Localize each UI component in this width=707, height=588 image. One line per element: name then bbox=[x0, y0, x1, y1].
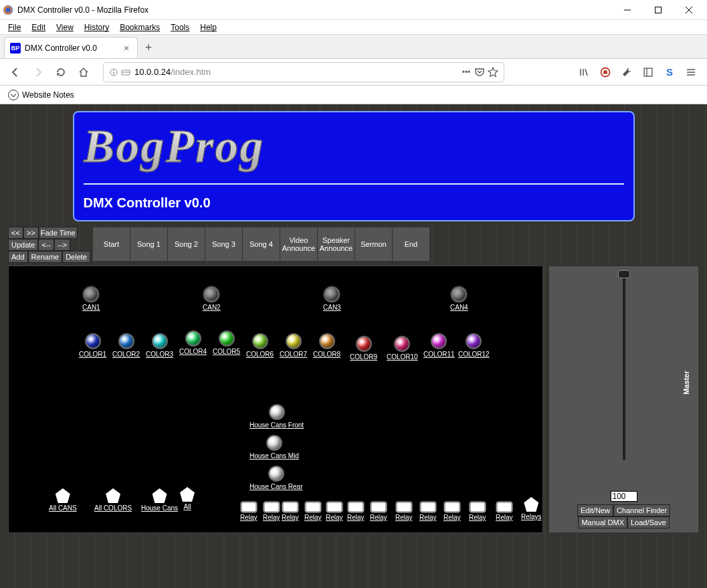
fixture-color[interactable]: COLOR8 bbox=[313, 333, 340, 358]
fixture-label: COLOR12 bbox=[458, 351, 490, 358]
fixture-label: COLOR9 bbox=[350, 353, 377, 361]
tab-close-button[interactable]: × bbox=[121, 43, 132, 54]
side-button[interactable]: Manual DMX bbox=[578, 516, 627, 528]
fixture-color[interactable]: COLOR4 bbox=[179, 330, 207, 355]
fixture-relay[interactable]: Relay bbox=[326, 502, 343, 521]
hamburger-menu-icon[interactable] bbox=[683, 64, 699, 80]
fixture-color[interactable]: COLOR7 bbox=[280, 333, 307, 358]
menu-edit[interactable]: Edit bbox=[26, 21, 51, 33]
menu-history[interactable]: History bbox=[79, 21, 114, 33]
fixture-relays-group[interactable]: Relays bbox=[521, 497, 542, 520]
menu-view[interactable]: View bbox=[51, 21, 79, 33]
fixture-color[interactable]: COLOR3 bbox=[146, 333, 173, 358]
fixture-color[interactable]: COLOR2 bbox=[112, 333, 140, 358]
fixture-relay[interactable]: Relay bbox=[496, 502, 513, 521]
cue-rename-button[interactable]: Rename bbox=[28, 251, 63, 263]
menu-bookmarks[interactable]: Bookmarks bbox=[114, 21, 165, 33]
extension-s-icon[interactable]: S bbox=[662, 64, 678, 80]
cue-tab[interactable]: End bbox=[393, 227, 430, 262]
cue-tab[interactable]: Video Announce bbox=[280, 227, 318, 262]
menu-file[interactable]: File bbox=[3, 21, 26, 33]
fixture-label: CAN1 bbox=[82, 304, 100, 311]
page-actions-icon[interactable]: ••• bbox=[460, 68, 473, 77]
cue-nav-prev-button[interactable]: << bbox=[8, 227, 23, 239]
bookmark-star-icon[interactable] bbox=[486, 67, 500, 78]
fixture-color[interactable]: COLOR11 bbox=[423, 333, 455, 358]
window-titlebar: DMX Controller v0.0 - Mozilla Firefox bbox=[0, 0, 707, 20]
fixture-relay[interactable]: Relay bbox=[240, 502, 258, 521]
cue-delete-button[interactable]: Delete bbox=[62, 251, 90, 263]
nav-forward-button[interactable] bbox=[28, 62, 48, 82]
library-icon[interactable] bbox=[576, 64, 592, 80]
side-button[interactable]: Load/Save bbox=[627, 516, 670, 528]
fixture-relay[interactable]: Relay bbox=[395, 502, 413, 521]
new-tab-button[interactable]: + bbox=[138, 37, 159, 58]
fixture-label: COLOR5 bbox=[213, 348, 240, 355]
site-info-icon[interactable] bbox=[108, 68, 120, 77]
fixture-color[interactable]: COLOR5 bbox=[213, 330, 240, 355]
cue-tab[interactable]: Song 1 bbox=[130, 227, 168, 262]
cue-tab[interactable]: Song 2 bbox=[168, 227, 205, 262]
fixture-can[interactable]: CAN4 bbox=[450, 286, 468, 311]
window-close-button[interactable] bbox=[674, 0, 704, 20]
fixture-group[interactable]: All COLORS bbox=[94, 488, 132, 512]
browser-tab[interactable]: BP DMX Controller v0.0 × bbox=[4, 37, 138, 58]
extension-ghostery-icon[interactable] bbox=[597, 64, 613, 80]
cue-update-button[interactable]: Update bbox=[8, 239, 38, 251]
side-button[interactable]: Edit/New bbox=[577, 504, 613, 516]
fixture-house-can[interactable]: House Cans Rear bbox=[249, 466, 302, 490]
fixture-color[interactable]: COLOR10 bbox=[387, 336, 418, 361]
cue-move-right-button[interactable]: --> bbox=[54, 239, 70, 251]
pocket-icon[interactable] bbox=[473, 67, 486, 78]
fixture-group[interactable]: All bbox=[180, 487, 195, 510]
master-value[interactable]: 100 bbox=[611, 491, 637, 502]
fixture-color[interactable]: COLOR1 bbox=[79, 333, 106, 358]
fixture-label: COLOR7 bbox=[280, 351, 307, 358]
window-title: DMX Controller v0.0 - Mozilla Firefox bbox=[17, 5, 612, 15]
fixture-relay[interactable]: Relay bbox=[443, 502, 461, 521]
fixture-house-can[interactable]: House Cans Front bbox=[249, 404, 304, 429]
fixture-can[interactable]: CAN3 bbox=[323, 286, 341, 311]
address-bar[interactable]: 10.0.0.24/index.htm ••• bbox=[103, 62, 504, 82]
fixture-house-can[interactable]: House Cans Mid bbox=[249, 435, 299, 460]
cue-tab[interactable]: Speaker Announce bbox=[318, 227, 355, 262]
menu-help[interactable]: Help bbox=[195, 21, 222, 33]
fixture-color[interactable]: COLOR9 bbox=[350, 336, 377, 361]
extension-wrench-icon[interactable] bbox=[619, 64, 635, 80]
security-icon[interactable] bbox=[120, 68, 132, 77]
fixture-group[interactable]: House Cans bbox=[141, 488, 178, 512]
cue-tab[interactable]: Sermon bbox=[355, 227, 393, 262]
cue-nav-next-button[interactable]: >> bbox=[23, 227, 39, 239]
nav-home-button[interactable] bbox=[74, 62, 94, 82]
nav-back-button[interactable] bbox=[5, 62, 25, 82]
fixture-relay[interactable]: Relay bbox=[282, 502, 299, 521]
nav-reload-button[interactable] bbox=[51, 62, 71, 82]
fixture-relay[interactable]: Relay bbox=[419, 502, 437, 521]
side-button[interactable]: Channel Finder bbox=[613, 504, 670, 516]
fixture-color[interactable]: COLOR12 bbox=[458, 333, 490, 358]
fixture-can[interactable]: CAN1 bbox=[82, 286, 100, 311]
fixture-relay[interactable]: Relay bbox=[263, 502, 280, 521]
url-text: 10.0.0.24/index.htm bbox=[132, 67, 460, 77]
fixture-relay[interactable]: Relay bbox=[469, 502, 486, 521]
sidebar-icon[interactable] bbox=[640, 64, 656, 80]
fixture-color[interactable]: COLOR6 bbox=[246, 333, 274, 358]
fixture-group[interactable]: All CANS bbox=[49, 488, 77, 512]
bookmark-item[interactable]: Website Notes bbox=[5, 88, 77, 102]
window-maximize-button[interactable] bbox=[643, 0, 674, 20]
fixture-relay[interactable]: Relay bbox=[370, 502, 387, 521]
window-minimize-button[interactable] bbox=[612, 0, 643, 20]
cue-tab[interactable]: Song 3 bbox=[205, 227, 243, 262]
fixture-relay[interactable]: Relay bbox=[304, 502, 322, 521]
cue-tab[interactable]: Start bbox=[93, 227, 130, 262]
cue-tab[interactable]: Song 4 bbox=[243, 227, 280, 262]
cue-move-left-button[interactable]: <-- bbox=[38, 239, 54, 251]
master-slider-thumb[interactable] bbox=[618, 270, 630, 278]
cue-fadetime-button[interactable]: Fade Time bbox=[39, 227, 78, 239]
house-can-knob-icon bbox=[268, 466, 284, 482]
fixture-can[interactable]: CAN2 bbox=[203, 286, 221, 311]
menu-tools[interactable]: Tools bbox=[165, 21, 195, 33]
cue-add-button[interactable]: Add bbox=[8, 251, 28, 263]
fixture-relay[interactable]: Relay bbox=[347, 502, 365, 521]
master-slider[interactable] bbox=[623, 273, 625, 460]
